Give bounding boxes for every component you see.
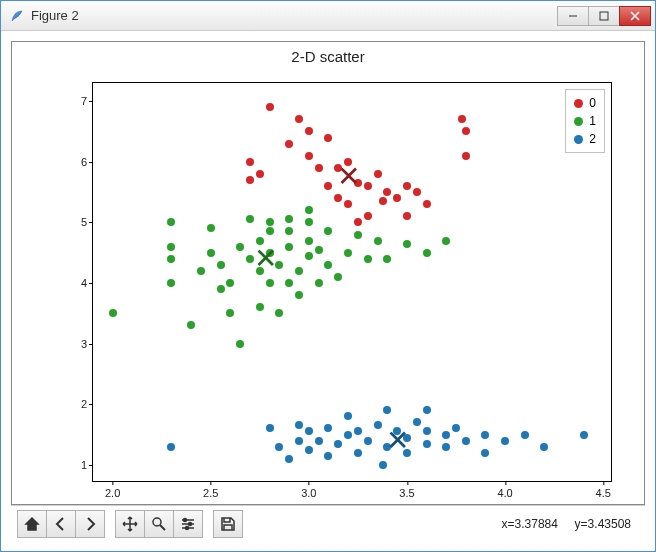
coord-x: x=3.37884 xyxy=(502,517,558,531)
data-point xyxy=(379,197,387,205)
data-point xyxy=(334,194,342,202)
data-point xyxy=(266,279,274,287)
client-area: 2-D scatter 0 1 2 2.02.53.03 xyxy=(1,31,655,551)
data-point xyxy=(413,188,421,196)
legend-label-1: 1 xyxy=(589,114,596,128)
data-point xyxy=(344,249,352,257)
data-point xyxy=(324,227,332,235)
ytick: 1 xyxy=(69,459,87,471)
legend-item-1: 1 xyxy=(574,112,596,130)
data-point xyxy=(236,243,244,251)
ytick: 2 xyxy=(69,398,87,410)
data-point xyxy=(285,227,293,235)
zoom-button[interactable] xyxy=(144,510,174,538)
data-point xyxy=(295,291,303,299)
data-point xyxy=(403,240,411,248)
data-point xyxy=(226,279,234,287)
legend: 0 1 2 xyxy=(565,89,605,153)
ytick: 3 xyxy=(69,338,87,350)
close-button[interactable] xyxy=(619,6,651,26)
data-point xyxy=(462,437,470,445)
centroid-marker: ✕ xyxy=(254,245,277,273)
data-point xyxy=(403,212,411,220)
home-button[interactable] xyxy=(17,510,47,538)
data-point xyxy=(344,200,352,208)
coord-y: y=3.43508 xyxy=(575,517,631,531)
svg-point-4 xyxy=(153,518,161,526)
data-point xyxy=(305,427,313,435)
forward-button[interactable] xyxy=(75,510,105,538)
maximize-button[interactable] xyxy=(588,6,620,26)
data-point xyxy=(354,218,362,226)
minimize-button[interactable] xyxy=(557,6,589,26)
centroid-marker: ✕ xyxy=(337,163,360,191)
data-point xyxy=(256,170,264,178)
svg-point-6 xyxy=(184,518,187,521)
data-point xyxy=(217,261,225,269)
svg-rect-1 xyxy=(600,12,608,20)
data-point xyxy=(246,158,254,166)
data-point xyxy=(285,215,293,223)
data-point xyxy=(462,127,470,135)
data-point xyxy=(305,446,313,454)
data-point xyxy=(452,424,460,432)
plot-canvas[interactable]: 2-D scatter 0 1 2 2.02.53.03 xyxy=(11,41,645,505)
centroid-marker: ✕ xyxy=(386,427,409,455)
data-point xyxy=(354,449,362,457)
data-point xyxy=(324,424,332,432)
data-point xyxy=(305,252,313,260)
data-point xyxy=(334,440,342,448)
app-icon xyxy=(9,8,25,24)
data-point xyxy=(275,309,283,317)
ytick: 7 xyxy=(69,95,87,107)
data-point xyxy=(442,443,450,451)
data-point xyxy=(295,437,303,445)
data-point xyxy=(374,421,382,429)
save-button[interactable] xyxy=(213,510,243,538)
axes: 0 1 2 2.02.53.03.54.04.51234567✕✕✕ xyxy=(92,82,612,482)
window-controls xyxy=(558,6,651,26)
data-point xyxy=(383,188,391,196)
svg-point-8 xyxy=(186,526,189,529)
data-point xyxy=(236,340,244,348)
data-point xyxy=(246,176,254,184)
titlebar[interactable]: Figure 2 xyxy=(1,1,655,31)
window-title: Figure 2 xyxy=(31,8,558,23)
data-point xyxy=(295,421,303,429)
data-point xyxy=(423,406,431,414)
data-point xyxy=(109,309,117,317)
data-point xyxy=(246,215,254,223)
figure-window: Figure 2 2-D scatter 0 1 xyxy=(0,0,656,552)
data-point xyxy=(354,231,362,239)
nav-group xyxy=(17,510,105,538)
data-point xyxy=(305,237,313,245)
data-point xyxy=(374,170,382,178)
data-point xyxy=(442,431,450,439)
data-point xyxy=(295,267,303,275)
data-point xyxy=(285,140,293,148)
xtick: 4.0 xyxy=(497,487,512,499)
data-point xyxy=(481,449,489,457)
data-point xyxy=(580,431,588,439)
data-point xyxy=(266,424,274,432)
toolbar: x=3.37884 y=3.43508 xyxy=(11,505,645,541)
ytick: 4 xyxy=(69,277,87,289)
data-point xyxy=(167,279,175,287)
data-point xyxy=(364,255,372,263)
data-point xyxy=(305,218,313,226)
data-point xyxy=(305,127,313,135)
data-point xyxy=(442,237,450,245)
data-point xyxy=(423,440,431,448)
data-point xyxy=(521,431,529,439)
data-point xyxy=(462,152,470,160)
data-point xyxy=(423,200,431,208)
pan-button[interactable] xyxy=(115,510,145,538)
configure-button[interactable] xyxy=(173,510,203,538)
data-point xyxy=(197,267,205,275)
data-point xyxy=(344,431,352,439)
svg-line-5 xyxy=(160,525,165,530)
data-point xyxy=(334,273,342,281)
data-point xyxy=(413,418,421,426)
data-point xyxy=(167,243,175,251)
back-button[interactable] xyxy=(46,510,76,538)
